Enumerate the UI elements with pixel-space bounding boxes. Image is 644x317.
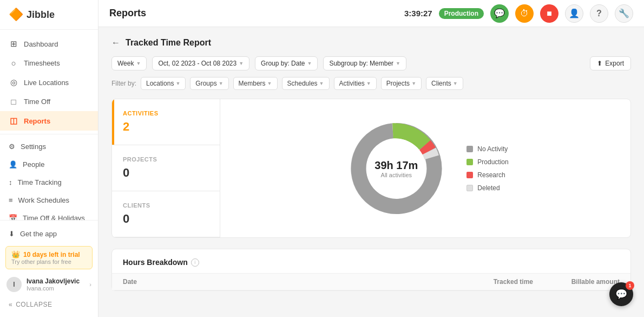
get-app-label: Get the app xyxy=(20,230,57,238)
trial-sub: Try other plans for free xyxy=(11,258,87,265)
legend-dot-deleted xyxy=(466,185,473,191)
filter-clients-label: Clients xyxy=(431,80,451,87)
sidebar-item-label: Time Off & Holidays xyxy=(23,214,85,220)
page-title: Reports xyxy=(109,8,398,19)
sidebar-item-dashboard[interactable]: ⊞ Dashboard xyxy=(0,34,98,54)
sidebar-item-time-off-holidays[interactable]: 📅 Time Off & Holidays xyxy=(0,209,98,220)
admin-button[interactable]: 🔧 xyxy=(615,4,633,23)
clients-label: CLIENTS xyxy=(123,202,209,209)
hours-breakdown-header: Hours Breakdown i xyxy=(112,249,630,274)
donut-chart: 39h 17m All activities xyxy=(342,114,450,223)
collapse-button[interactable]: « COLLAPSE xyxy=(0,296,98,313)
clients-value: 0 xyxy=(123,212,209,226)
status-badge[interactable]: Production xyxy=(439,8,484,19)
get-app-item[interactable]: ⬇ Get the app xyxy=(0,225,98,243)
filter-activities-caret: ▼ xyxy=(366,81,371,86)
sidebar-item-label: Work Schedules xyxy=(18,196,69,204)
sidebar-item-time-off[interactable]: □ Time Off xyxy=(0,92,98,111)
filter-projects[interactable]: Projects ▼ xyxy=(381,77,422,90)
clients-stat: CLIENTS 0 xyxy=(112,191,220,237)
week-label: Week xyxy=(117,60,134,67)
sidebar-item-timesheets[interactable]: ○ Timesheets xyxy=(0,54,98,73)
stats-chart-panel: ACTIVITIES 2 PROJECTS 0 CLIENTS 0 xyxy=(111,99,631,238)
filter-schedules-label: Schedules xyxy=(287,80,318,87)
help-button[interactable]: ? xyxy=(590,4,608,23)
sidebar-item-label: Settings xyxy=(21,143,46,151)
filter-locations-label: Locations xyxy=(146,80,174,87)
week-caret-icon: ▼ xyxy=(136,61,141,66)
info-icon[interactable]: i xyxy=(191,258,199,267)
filter-groups[interactable]: Groups ▼ xyxy=(190,77,228,90)
timer-display: 3:39:27 xyxy=(404,9,432,18)
content-area: ← Tracked Time Report Week ▼ Oct, 02 202… xyxy=(98,27,644,317)
filter-groups-label: Groups xyxy=(195,80,216,87)
logo-area[interactable]: 🔶 Jibble xyxy=(0,0,98,30)
filter-activities[interactable]: Activities ▼ xyxy=(334,77,377,90)
stats-panel: ACTIVITIES 2 PROJECTS 0 CLIENTS 0 xyxy=(112,99,220,237)
subgroup-by-selector[interactable]: Subgroup by: Member ▼ xyxy=(323,56,406,70)
chat-button[interactable]: 💬 1 xyxy=(609,282,633,306)
filter-members[interactable]: Members ▼ xyxy=(233,77,278,90)
subgroup-by-label: Subgroup by: Member xyxy=(329,60,393,67)
user-info: Ivana Jakovljevic Ivana.com xyxy=(27,277,84,292)
legend-dot-research xyxy=(466,172,473,178)
chat-icon: 💬 xyxy=(615,288,627,300)
legend-label-research: Research xyxy=(477,171,505,179)
export-button[interactable]: ⬆ Export xyxy=(590,56,631,70)
chart-panel: 39h 17m All activities No Activity Produ… xyxy=(220,99,630,237)
filter-clients[interactable]: Clients ▼ xyxy=(426,77,463,90)
sidebar-item-settings[interactable]: ⚙ Settings xyxy=(0,138,98,156)
filter-schedules-caret: ▼ xyxy=(319,81,324,86)
export-label: Export xyxy=(605,60,624,67)
sidebar-item-label: Time Tracking xyxy=(18,178,62,186)
sidebar-item-work-schedules[interactable]: ≡ Work Schedules xyxy=(0,191,98,209)
timesheets-icon: ○ xyxy=(9,59,18,68)
time-off-holidays-icon: 📅 xyxy=(9,214,17,220)
chart-legend: No Activity Production Research Deleted xyxy=(466,145,508,192)
get-app-icon: ⬇ xyxy=(9,230,15,238)
col-billable-header: Billable amount xyxy=(533,278,620,286)
legend-item-production: Production xyxy=(466,158,508,166)
time-off-icon: □ xyxy=(9,97,18,106)
chevron-right-icon: › xyxy=(89,281,91,288)
projects-label: PROJECTS xyxy=(123,156,209,163)
donut-time: 39h 17m xyxy=(374,159,418,171)
sidebar-item-time-tracking[interactable]: ↕ Time Tracking xyxy=(0,173,98,191)
filter-members-label: Members xyxy=(239,80,266,87)
sidebar-item-live-locations[interactable]: ◎ Live Locations xyxy=(0,73,98,92)
chat-action-button[interactable]: 💬 xyxy=(490,4,509,23)
hours-breakdown-section: Hours Breakdown i Date Tracked time Bill… xyxy=(111,249,631,291)
group-by-selector[interactable]: Group by: Date ▼ xyxy=(255,56,318,70)
legend-item-deleted: Deleted xyxy=(466,184,508,192)
user-menu-button[interactable]: 👤 xyxy=(565,4,583,23)
legend-label-no-activity: No Activity xyxy=(477,145,508,153)
week-selector[interactable]: Week ▼ xyxy=(111,56,147,70)
back-button[interactable]: ← xyxy=(111,38,120,48)
topbar: Reports 3:39:27 Production 💬 ⏱ ■ 👤 ? 🔧 xyxy=(98,0,644,27)
chat-badge: 1 xyxy=(626,281,634,290)
filter-schedules[interactable]: Schedules ▼ xyxy=(282,77,330,90)
export-icon: ⬆ xyxy=(597,60,602,67)
sidebar-item-reports[interactable]: ◫ Reports xyxy=(0,111,98,131)
user-profile-item[interactable]: I Ivana Jakovljevic Ivana.com › xyxy=(0,273,98,296)
time-tracking-icon: ↕ xyxy=(9,178,12,186)
trial-banner[interactable]: 👑 10 days left in trial Try other plans … xyxy=(5,246,93,269)
timer-button[interactable]: ⏱ xyxy=(515,4,534,23)
donut-center: 39h 17m All activities xyxy=(374,159,418,178)
live-locations-icon: ◎ xyxy=(9,77,18,87)
collapse-label: COLLAPSE xyxy=(16,301,52,308)
stop-button[interactable]: ■ xyxy=(540,4,558,23)
date-range-selector[interactable]: Oct, 02 2023 - Oct 08 2023 ▼ xyxy=(152,56,249,70)
legend-label-production: Production xyxy=(477,158,508,166)
subgroup-by-caret-icon: ▼ xyxy=(396,61,400,66)
filter-by-label: Filter by: xyxy=(111,80,136,87)
user-name: Ivana Jakovljevic xyxy=(27,277,84,285)
filter-projects-label: Projects xyxy=(386,80,410,87)
date-range-label: Oct, 02 2023 - Oct 08 2023 xyxy=(158,60,236,67)
sidebar-item-people[interactable]: 👤 People xyxy=(0,156,98,173)
sidebar-item-label: Dashboard xyxy=(24,40,58,48)
date-range-caret-icon: ▼ xyxy=(239,61,244,66)
activities-stat: ACTIVITIES 2 xyxy=(112,99,220,145)
donut-sub: All activities xyxy=(374,171,418,178)
filter-locations[interactable]: Locations ▼ xyxy=(141,77,186,90)
